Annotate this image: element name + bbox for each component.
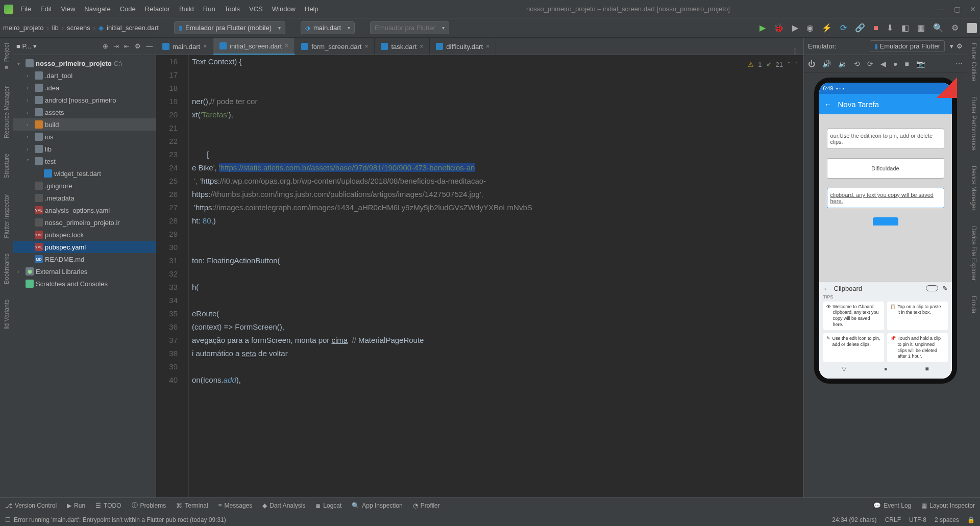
home-icon[interactable]: ● <box>893 60 897 68</box>
close-icon[interactable]: ✕ <box>970 5 976 13</box>
tree-row[interactable]: .gitignore <box>13 180 156 192</box>
clip-card[interactable]: ✎Use the edit icon to pin, add or delete… <box>823 333 884 362</box>
menu-refactor[interactable]: Refactor <box>145 5 170 13</box>
volup-icon[interactable]: 🔊 <box>822 60 831 68</box>
text-field-2[interactable]: Dificuldade <box>827 158 944 179</box>
inspection-widget[interactable]: ⚠1 ✔21 ˄ ˅ <box>748 58 798 71</box>
tree-row[interactable]: ▾nosso_primeiro_projeto C:\ <box>13 57 156 69</box>
expand-icon[interactable]: ⇥ <box>113 42 119 50</box>
run-icon[interactable]: ▶ <box>760 23 766 33</box>
avatar-icon[interactable] <box>967 23 977 33</box>
clipboard-edit-icon[interactable]: ✎ <box>942 285 948 292</box>
back-arrow-icon[interactable]: ← <box>824 100 832 109</box>
tool-dart-analysis[interactable]: ◆Dart Analysis <box>262 502 305 509</box>
hot-reload-icon[interactable]: ⚡ <box>822 23 832 33</box>
clipboard-back-icon[interactable]: ← <box>823 285 830 292</box>
tool-app-inspection[interactable]: 🔍App Inspection <box>352 502 402 509</box>
tool-flutter-inspector[interactable]: Flutter Inspector <box>3 194 10 238</box>
tree-row[interactable]: ›lib <box>13 143 156 155</box>
search-icon[interactable]: 🔍 <box>933 23 943 33</box>
tree-row[interactable]: ›android [nosso_primeiro <box>13 94 156 106</box>
target-icon[interactable]: ⊕ <box>103 42 108 50</box>
tool-build-variants[interactable]: ild Variants <box>3 299 10 329</box>
caret-position[interactable]: 24:34 (92 chars) <box>832 516 876 523</box>
rotate-left-icon[interactable]: ⟲ <box>854 60 860 68</box>
gear-icon[interactable]: ⚙ <box>135 42 141 50</box>
tool-device-file-explorer[interactable]: Device File Explorer <box>970 226 977 281</box>
project-dropdown[interactable]: ■ P... ▾ <box>16 42 37 50</box>
menu-edit[interactable]: Edit <box>40 5 52 13</box>
tool-emulator[interactable]: Emula <box>970 296 977 313</box>
close-tab-icon[interactable]: × <box>420 43 423 50</box>
nav-back-icon[interactable]: ▽ <box>842 365 846 372</box>
back-icon[interactable]: ◀ <box>880 60 886 68</box>
rotate-right-icon[interactable]: ⟳ <box>867 60 873 68</box>
collapse-icon[interactable]: ⇤ <box>124 42 130 50</box>
prev-highlight-icon[interactable]: ˄ <box>787 58 791 71</box>
profile-icon[interactable]: ◉ <box>806 23 814 33</box>
voldown-icon[interactable]: 🔉 <box>838 60 847 68</box>
target-selector[interactable]: Emulador pra Flutter ▾ <box>370 21 449 34</box>
more-icon[interactable]: ⋯ <box>955 60 963 68</box>
tree-row[interactable]: YMLanalysis_options.yaml <box>13 204 156 216</box>
menu-view[interactable]: View <box>61 5 75 13</box>
power-icon[interactable]: ⏻ <box>808 60 815 68</box>
tool-terminal[interactable]: ⌘Terminal <box>176 502 208 509</box>
tree-row[interactable]: Scratches and Consoles <box>13 278 156 290</box>
tree-row[interactable]: YMLpubspec.yaml <box>13 241 156 253</box>
close-tab-icon[interactable]: × <box>364 43 368 50</box>
tool-layout-inspector[interactable]: ▦Layout Inspector <box>921 502 975 509</box>
editor-tab[interactable]: main.dart× <box>156 38 213 55</box>
menu-tools[interactable]: Tools <box>225 5 240 13</box>
tree-row[interactable]: ›assets <box>13 106 156 118</box>
tool-problems[interactable]: ⓘProblems <box>132 501 166 510</box>
close-tab-icon[interactable]: × <box>486 43 489 50</box>
menu-build[interactable]: Build <box>179 5 194 13</box>
code-editor[interactable]: 1617181920212223242526272829303132333435… <box>156 55 803 497</box>
hide-icon[interactable]: — <box>146 42 153 50</box>
line-ending[interactable]: CRLF <box>885 516 901 523</box>
tool-project[interactable]: ■Project <box>3 43 10 71</box>
submit-button[interactable] <box>873 217 898 226</box>
tool-todo[interactable]: ☰TODO <box>95 502 121 509</box>
stop-icon[interactable]: ■ <box>873 23 878 33</box>
lock-icon[interactable]: 🔒 <box>967 516 975 523</box>
tabs-more-icon[interactable]: ⋮ <box>787 47 803 55</box>
tool-event-log[interactable]: 💬Event Log <box>873 502 911 509</box>
device-selector[interactable]: ▮ Emulador pra Flutter (mobile) ▾ <box>174 21 285 34</box>
editor-tab[interactable]: form_screen.dart× <box>295 38 375 55</box>
gear-icon[interactable]: ⚙ <box>951 23 959 33</box>
menu-window[interactable]: Window <box>272 5 296 13</box>
close-tab-icon[interactable]: × <box>203 43 207 50</box>
bc-3[interactable]: initial_screen.dart <box>107 24 159 32</box>
next-highlight-icon[interactable]: ˅ <box>795 58 798 71</box>
tree-row[interactable]: MDREADME.md <box>13 253 156 265</box>
indent[interactable]: 2 spaces <box>935 516 959 523</box>
menu-run[interactable]: Run <box>203 5 215 13</box>
tool-messages[interactable]: ≡Messages <box>218 502 253 509</box>
editor-tab[interactable]: difficulty.dart× <box>430 38 496 55</box>
editor-tab[interactable]: initial_screen.dart× <box>213 38 295 55</box>
gear-icon[interactable]: ⚙ <box>957 42 963 50</box>
tree-row[interactable]: ›.idea <box>13 82 156 94</box>
tool-structure[interactable]: Structure <box>3 154 10 179</box>
tree-row[interactable]: ›.dart_tool <box>13 69 156 82</box>
close-tab-icon[interactable]: × <box>285 42 288 49</box>
breadcrumb[interactable]: meiro_projeto› lib› screens› ◆ initial_s… <box>3 24 159 32</box>
maximize-icon[interactable]: ▢ <box>954 5 961 13</box>
nav-home-icon[interactable]: ● <box>884 365 888 372</box>
text-field-3[interactable]: clipboard, any text you copy will be sav… <box>827 188 944 208</box>
screenshot-icon[interactable]: 📷 <box>916 60 925 68</box>
bc-2[interactable]: screens <box>67 24 90 32</box>
tool-resource-manager[interactable]: Resource Manager <box>3 86 10 138</box>
overview-icon[interactable]: ■ <box>904 60 909 68</box>
bc-1[interactable]: lib <box>52 24 59 32</box>
debug-icon[interactable]: 🐞 <box>774 23 784 33</box>
tool-device-manager[interactable]: Device Manager <box>970 166 977 210</box>
tree-row[interactable]: widget_test.dart <box>13 167 156 180</box>
run-config-selector[interactable]: ⬗ main.dart ▾ <box>301 21 355 34</box>
tool-version-control[interactable]: ⎇Version Control <box>5 502 57 509</box>
bc-0[interactable]: meiro_projeto <box>3 24 44 32</box>
tree-row[interactable]: YMLpubspec.lock <box>13 229 156 241</box>
coverage-icon[interactable]: ▶ <box>792 23 798 33</box>
